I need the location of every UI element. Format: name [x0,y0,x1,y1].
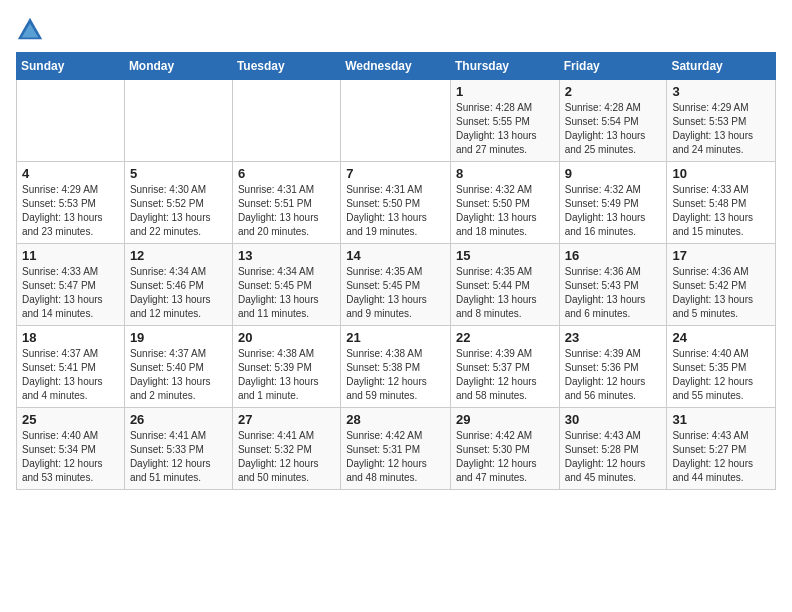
weekday-header: Sunday [17,53,125,80]
weekday-header: Wednesday [341,53,451,80]
weekday-header: Saturday [667,53,776,80]
day-number: 30 [565,412,662,427]
day-number: 15 [456,248,554,263]
calendar-day-cell: 26Sunrise: 4:41 AMSunset: 5:33 PMDayligh… [124,408,232,490]
weekday-header: Tuesday [232,53,340,80]
day-number: 14 [346,248,445,263]
calendar-day-cell: 21Sunrise: 4:38 AMSunset: 5:38 PMDayligh… [341,326,451,408]
day-detail: Sunrise: 4:42 AMSunset: 5:31 PMDaylight:… [346,429,445,485]
day-number: 8 [456,166,554,181]
day-number: 26 [130,412,227,427]
day-detail: Sunrise: 4:38 AMSunset: 5:39 PMDaylight:… [238,347,335,403]
calendar-day-cell: 23Sunrise: 4:39 AMSunset: 5:36 PMDayligh… [559,326,667,408]
day-detail: Sunrise: 4:43 AMSunset: 5:28 PMDaylight:… [565,429,662,485]
day-detail: Sunrise: 4:39 AMSunset: 5:36 PMDaylight:… [565,347,662,403]
calendar-day-cell: 2Sunrise: 4:28 AMSunset: 5:54 PMDaylight… [559,80,667,162]
calendar-week-row: 11Sunrise: 4:33 AMSunset: 5:47 PMDayligh… [17,244,776,326]
day-detail: Sunrise: 4:34 AMSunset: 5:45 PMDaylight:… [238,265,335,321]
day-number: 20 [238,330,335,345]
calendar-header: SundayMondayTuesdayWednesdayThursdayFrid… [17,53,776,80]
day-number: 2 [565,84,662,99]
calendar-day-cell: 16Sunrise: 4:36 AMSunset: 5:43 PMDayligh… [559,244,667,326]
logo-icon [16,16,44,44]
day-detail: Sunrise: 4:28 AMSunset: 5:55 PMDaylight:… [456,101,554,157]
day-number: 27 [238,412,335,427]
day-detail: Sunrise: 4:33 AMSunset: 5:48 PMDaylight:… [672,183,770,239]
day-number: 17 [672,248,770,263]
day-number: 7 [346,166,445,181]
day-detail: Sunrise: 4:31 AMSunset: 5:50 PMDaylight:… [346,183,445,239]
calendar-day-cell: 29Sunrise: 4:42 AMSunset: 5:30 PMDayligh… [450,408,559,490]
calendar-day-cell [341,80,451,162]
calendar-day-cell: 15Sunrise: 4:35 AMSunset: 5:44 PMDayligh… [450,244,559,326]
calendar-day-cell: 9Sunrise: 4:32 AMSunset: 5:49 PMDaylight… [559,162,667,244]
day-detail: Sunrise: 4:30 AMSunset: 5:52 PMDaylight:… [130,183,227,239]
day-number: 22 [456,330,554,345]
calendar-day-cell: 12Sunrise: 4:34 AMSunset: 5:46 PMDayligh… [124,244,232,326]
calendar-day-cell [232,80,340,162]
day-detail: Sunrise: 4:37 AMSunset: 5:41 PMDaylight:… [22,347,119,403]
calendar-day-cell [124,80,232,162]
day-number: 4 [22,166,119,181]
calendar-day-cell: 3Sunrise: 4:29 AMSunset: 5:53 PMDaylight… [667,80,776,162]
day-detail: Sunrise: 4:34 AMSunset: 5:46 PMDaylight:… [130,265,227,321]
day-number: 11 [22,248,119,263]
day-detail: Sunrise: 4:35 AMSunset: 5:44 PMDaylight:… [456,265,554,321]
calendar-day-cell: 19Sunrise: 4:37 AMSunset: 5:40 PMDayligh… [124,326,232,408]
day-detail: Sunrise: 4:31 AMSunset: 5:51 PMDaylight:… [238,183,335,239]
day-detail: Sunrise: 4:32 AMSunset: 5:49 PMDaylight:… [565,183,662,239]
day-number: 29 [456,412,554,427]
calendar-week-row: 25Sunrise: 4:40 AMSunset: 5:34 PMDayligh… [17,408,776,490]
day-detail: Sunrise: 4:41 AMSunset: 5:33 PMDaylight:… [130,429,227,485]
calendar-day-cell: 8Sunrise: 4:32 AMSunset: 5:50 PMDaylight… [450,162,559,244]
day-detail: Sunrise: 4:29 AMSunset: 5:53 PMDaylight:… [22,183,119,239]
calendar-day-cell: 30Sunrise: 4:43 AMSunset: 5:28 PMDayligh… [559,408,667,490]
day-detail: Sunrise: 4:40 AMSunset: 5:35 PMDaylight:… [672,347,770,403]
calendar-day-cell: 28Sunrise: 4:42 AMSunset: 5:31 PMDayligh… [341,408,451,490]
day-number: 24 [672,330,770,345]
day-number: 31 [672,412,770,427]
weekday-header: Monday [124,53,232,80]
day-number: 18 [22,330,119,345]
calendar-day-cell: 1Sunrise: 4:28 AMSunset: 5:55 PMDaylight… [450,80,559,162]
weekday-header: Friday [559,53,667,80]
calendar-week-row: 18Sunrise: 4:37 AMSunset: 5:41 PMDayligh… [17,326,776,408]
day-detail: Sunrise: 4:28 AMSunset: 5:54 PMDaylight:… [565,101,662,157]
weekday-row: SundayMondayTuesdayWednesdayThursdayFrid… [17,53,776,80]
day-detail: Sunrise: 4:37 AMSunset: 5:40 PMDaylight:… [130,347,227,403]
day-number: 6 [238,166,335,181]
calendar-day-cell: 20Sunrise: 4:38 AMSunset: 5:39 PMDayligh… [232,326,340,408]
calendar-day-cell [17,80,125,162]
day-number: 28 [346,412,445,427]
day-number: 23 [565,330,662,345]
calendar-day-cell: 13Sunrise: 4:34 AMSunset: 5:45 PMDayligh… [232,244,340,326]
calendar-day-cell: 11Sunrise: 4:33 AMSunset: 5:47 PMDayligh… [17,244,125,326]
day-detail: Sunrise: 4:38 AMSunset: 5:38 PMDaylight:… [346,347,445,403]
day-number: 13 [238,248,335,263]
day-number: 1 [456,84,554,99]
day-detail: Sunrise: 4:32 AMSunset: 5:50 PMDaylight:… [456,183,554,239]
day-detail: Sunrise: 4:39 AMSunset: 5:37 PMDaylight:… [456,347,554,403]
day-detail: Sunrise: 4:43 AMSunset: 5:27 PMDaylight:… [672,429,770,485]
calendar-day-cell: 14Sunrise: 4:35 AMSunset: 5:45 PMDayligh… [341,244,451,326]
weekday-header: Thursday [450,53,559,80]
calendar-table: SundayMondayTuesdayWednesdayThursdayFrid… [16,52,776,490]
day-detail: Sunrise: 4:41 AMSunset: 5:32 PMDaylight:… [238,429,335,485]
calendar-day-cell: 7Sunrise: 4:31 AMSunset: 5:50 PMDaylight… [341,162,451,244]
logo [16,16,48,44]
calendar-day-cell: 6Sunrise: 4:31 AMSunset: 5:51 PMDaylight… [232,162,340,244]
day-detail: Sunrise: 4:42 AMSunset: 5:30 PMDaylight:… [456,429,554,485]
calendar-day-cell: 22Sunrise: 4:39 AMSunset: 5:37 PMDayligh… [450,326,559,408]
day-detail: Sunrise: 4:29 AMSunset: 5:53 PMDaylight:… [672,101,770,157]
calendar-week-row: 4Sunrise: 4:29 AMSunset: 5:53 PMDaylight… [17,162,776,244]
calendar-day-cell: 17Sunrise: 4:36 AMSunset: 5:42 PMDayligh… [667,244,776,326]
day-number: 9 [565,166,662,181]
day-detail: Sunrise: 4:33 AMSunset: 5:47 PMDaylight:… [22,265,119,321]
calendar-day-cell: 4Sunrise: 4:29 AMSunset: 5:53 PMDaylight… [17,162,125,244]
day-number: 12 [130,248,227,263]
day-number: 16 [565,248,662,263]
calendar-day-cell: 31Sunrise: 4:43 AMSunset: 5:27 PMDayligh… [667,408,776,490]
day-number: 21 [346,330,445,345]
day-detail: Sunrise: 4:35 AMSunset: 5:45 PMDaylight:… [346,265,445,321]
calendar-week-row: 1Sunrise: 4:28 AMSunset: 5:55 PMDaylight… [17,80,776,162]
